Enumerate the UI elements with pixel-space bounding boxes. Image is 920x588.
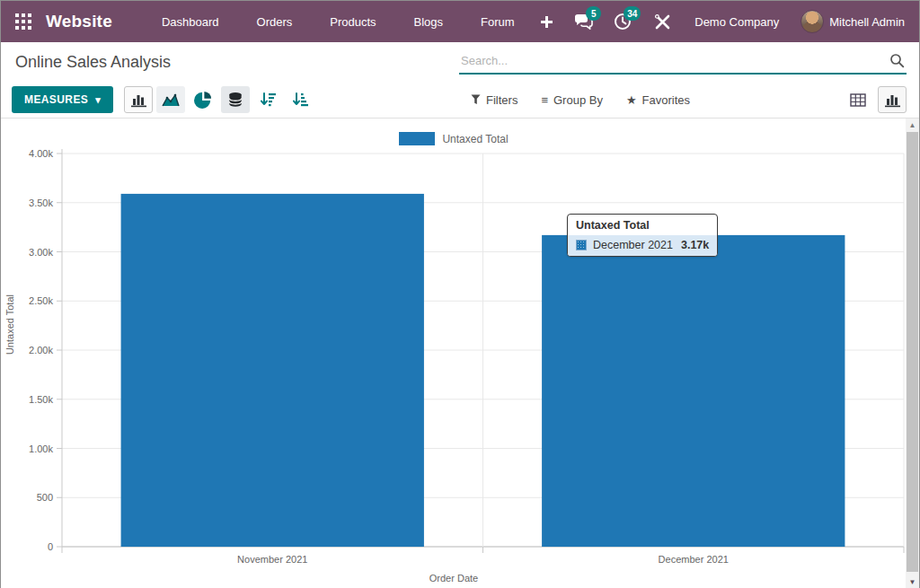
y-tick-label: 500 [37, 492, 53, 503]
y-tick-label: 1.00k [29, 443, 53, 454]
app-brand[interactable]: Website [46, 12, 112, 31]
messages-badge: 5 [586, 6, 601, 21]
filter-funnel-icon [471, 94, 481, 105]
user-avatar [801, 10, 824, 33]
sort-ascending-button[interactable] [286, 86, 314, 113]
menu-item-products[interactable]: Products [311, 1, 394, 42]
stacked-toggle-button[interactable] [221, 86, 250, 113]
y-axis-title: Untaxed Total [4, 294, 15, 355]
bar-november-2021[interactable] [121, 194, 424, 547]
measures-dropdown[interactable]: MEASURES ▾ [12, 86, 113, 113]
scroll-down-arrow[interactable]: ▼ [906, 575, 919, 588]
table-icon [850, 93, 866, 107]
filters-menu[interactable]: Filters [464, 88, 525, 112]
vertical-scrollbar[interactable]: ▲ ▼ [906, 118, 919, 588]
main-navbar: Website Dashboard Orders Products Blogs … [1, 1, 919, 42]
sort-amount-desc-icon [260, 92, 277, 108]
legend-swatch [399, 132, 435, 145]
scroll-up-arrow[interactable]: ▲ [906, 118, 919, 132]
tooltip-row: December 2021 3.17k [568, 235, 717, 256]
search-box [459, 49, 907, 75]
bar-chart-icon [130, 92, 147, 108]
tools-icon [655, 14, 670, 30]
page-title: Online Sales Analysis [15, 53, 171, 72]
caret-down-icon: ▾ [95, 94, 101, 106]
y-tick-label: 3.50k [29, 197, 53, 208]
chart-area: 05001.00k1.50k2.00k2.50k3.00k3.50k4.00kN… [1, 118, 919, 588]
y-tick-label: 2.50k [29, 295, 53, 306]
graph-view-button[interactable] [878, 86, 907, 113]
messages-button[interactable]: 5 [563, 1, 603, 42]
group-by-icon: ≡ [541, 93, 548, 107]
menu-item-blogs[interactable]: Blogs [395, 1, 463, 42]
star-icon: ★ [626, 93, 637, 107]
developer-tools-button[interactable] [642, 1, 682, 42]
favorites-menu[interactable]: ★ Favorites [619, 88, 697, 112]
chart-legend: Untaxed Total [1, 132, 907, 145]
tooltip-title: Untaxed Total [568, 215, 717, 235]
company-switcher[interactable]: Demo Company [682, 15, 801, 29]
sort-amount-asc-icon [292, 92, 309, 108]
y-tick-label: 0 [48, 541, 53, 552]
view-toolbar: MEASURES ▾ [1, 82, 919, 118]
search-input[interactable] [459, 49, 907, 75]
chart-tooltip: Untaxed Total December 2021 3.17k [567, 214, 718, 257]
main-menu: Dashboard Orders Products Blogs Forum [143, 1, 561, 42]
pivot-view-button[interactable] [844, 86, 872, 113]
view-switcher [844, 86, 907, 113]
bar-december-2021[interactable] [542, 235, 845, 547]
activities-badge: 34 [624, 6, 641, 21]
chart-type-pie-button[interactable] [189, 86, 217, 113]
chart-type-bar-button[interactable] [124, 86, 153, 113]
search-icon[interactable] [889, 53, 905, 72]
chart-type-line-button[interactable] [156, 86, 185, 113]
menu-item-dashboard[interactable]: Dashboard [143, 1, 238, 42]
menu-item-forum[interactable]: Forum [462, 1, 534, 42]
x-tick-label: December 2021 [659, 554, 729, 565]
plus-icon [541, 16, 553, 28]
bar-chart-icon [884, 92, 901, 108]
search-facets: Filters ≡ Group By ★ Favorites [464, 88, 697, 112]
tooltip-value: 3.17k [681, 239, 709, 251]
tooltip-label: December 2021 [593, 239, 673, 251]
x-tick-label: November 2021 [237, 554, 307, 565]
pie-chart-icon [194, 91, 212, 109]
sort-descending-button[interactable] [253, 86, 282, 113]
user-menu[interactable]: Mitchell Admin [801, 10, 907, 33]
tooltip-series-swatch [576, 240, 587, 250]
new-content-button[interactable] [534, 1, 561, 42]
groupby-menu[interactable]: ≡ Group By [534, 88, 610, 112]
app-window: Website Dashboard Orders Products Blogs … [0, 0, 920, 588]
y-tick-label: 1.50k [29, 394, 53, 405]
x-axis-title: Order Date [1, 573, 907, 584]
apps-menu-icon[interactable] [13, 12, 33, 31]
y-tick-label: 2.00k [29, 345, 53, 355]
y-tick-label: 3.00k [29, 247, 53, 258]
menu-item-orders[interactable]: Orders [238, 1, 312, 42]
grid-icon [15, 13, 31, 30]
user-name: Mitchell Admin [829, 15, 905, 29]
activities-button[interactable]: 34 [603, 1, 642, 42]
bar-chart-canvas: 05001.00k1.50k2.00k2.50k3.00k3.50k4.00kN… [1, 118, 907, 588]
area-chart-icon [162, 92, 180, 107]
systray: 5 34 Demo Company Mitchell Admin [563, 1, 907, 42]
control-panel-header: Online Sales Analysis [1, 42, 919, 82]
y-tick-label: 4.00k [29, 148, 53, 159]
scrollbar-thumb[interactable] [907, 132, 918, 572]
legend-item-untaxed-total[interactable]: Untaxed Total [399, 132, 508, 145]
database-icon [226, 91, 244, 109]
